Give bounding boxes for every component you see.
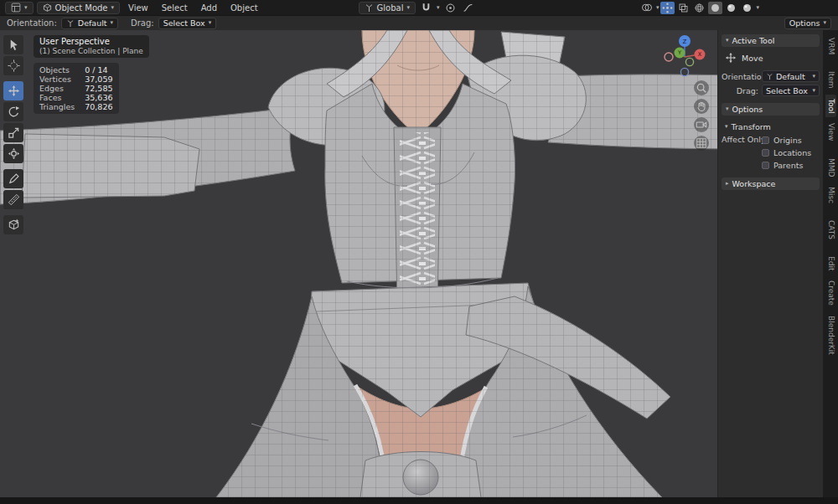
orientation-label: Orientation: [7, 18, 57, 28]
active-tool-move-row[interactable]: Move [722, 51, 820, 68]
stat-row: Vertices37,059 [39, 75, 113, 84]
add-cube-icon [8, 219, 20, 231]
chevron-down-icon: ▾ [111, 20, 114, 26]
locations-checkbox[interactable] [762, 149, 769, 157]
scale-icon [8, 126, 20, 139]
transform-subheader[interactable]: ▾ Transform [722, 120, 820, 133]
checkbox-locations[interactable]: Locations [762, 148, 811, 157]
tab-tool[interactable]: Tool [825, 95, 836, 117]
tool-annotate[interactable] [3, 169, 23, 188]
tab-mmd[interactable]: MMD [825, 154, 836, 181]
drag-dropdown[interactable]: Select Box ▾ [158, 18, 217, 29]
workspace-header-label: Workspace [732, 179, 776, 188]
tab-view[interactable]: View [825, 119, 836, 145]
tool-move[interactable] [3, 81, 23, 100]
blender-window: ▾ Object Mode ▾ View Select Add Object G… [0, 0, 838, 504]
camera-view-button[interactable] [694, 117, 709, 132]
panel-drag-row: Drag: Select Box ▾ [722, 85, 820, 96]
tab-cats[interactable]: CATS [825, 216, 836, 244]
panel-orientation-label: Orientation [722, 72, 762, 81]
chevron-down-icon: ▾ [812, 74, 815, 80]
status-bar [0, 497, 838, 504]
orientation-axis-icon [365, 3, 374, 13]
tool-column [3, 35, 23, 234]
menu-add[interactable]: Add [196, 2, 222, 14]
editor-type-selector[interactable]: ▾ [5, 2, 34, 14]
ortho-toggle-button[interactable] [694, 136, 709, 151]
proportional-falloff-button[interactable] [461, 2, 475, 14]
transform-orientation-label: Global [377, 3, 404, 13]
grid-icon [696, 137, 707, 149]
tool-measure[interactable] [3, 190, 23, 209]
tool-add-cube[interactable] [3, 215, 23, 234]
checkbox-origins[interactable]: Origins [762, 136, 811, 145]
viewport-toggle-icons: ▾ ▾ [640, 2, 759, 14]
menu-select[interactable]: Select [157, 2, 193, 14]
navigation-gizmo[interactable]: Z Y X [660, 32, 709, 80]
proportional-editing-button[interactable] [443, 2, 458, 14]
menu-object[interactable]: Object [225, 2, 263, 14]
shading-chevron[interactable]: ▾ [756, 5, 759, 11]
chevron-down-icon: ▾ [111, 5, 115, 11]
viewport-3d[interactable]: User Perspective (1) Scene Collection | … [0, 30, 838, 497]
shading-rendered-button[interactable] [740, 2, 754, 14]
panel-drag-dropdown[interactable]: Select Box ▾ [762, 85, 820, 96]
sidebar-panel: ▾ Active Tool Move Orientation Default ▾… [717, 30, 823, 497]
mode-dropdown[interactable]: Object Mode ▾ [37, 2, 121, 14]
cursor-3d-icon [8, 59, 20, 72]
zoom-button[interactable] [694, 80, 709, 95]
orientation-axis-icon [66, 19, 75, 28]
parents-checkbox[interactable] [762, 162, 769, 169]
tab-blenderkit[interactable]: BlenderKit [825, 311, 836, 359]
options-label: Options [789, 18, 820, 28]
panel-orientation-value: Default [776, 72, 805, 81]
overlays-icon [641, 2, 653, 13]
options-header[interactable]: ▾ Options [722, 103, 820, 116]
tool-settings-bar: Orientation: Default ▾ Drag: Select Box … [0, 15, 838, 30]
tab-item[interactable]: Item [825, 67, 836, 93]
shading-material-button[interactable] [724, 2, 738, 14]
origins-checkbox[interactable] [762, 136, 769, 144]
tab-vrm[interactable]: VRM [825, 33, 836, 59]
transform-subheader-label: Transform [732, 122, 771, 131]
sidebar-tab-strip: VRM Item Tool View MMD Misc CATS Edit Cr… [823, 30, 838, 497]
chevron-down-icon: ▾ [24, 5, 28, 11]
tool-cursor[interactable] [3, 56, 23, 75]
toggle-xray-button[interactable] [676, 2, 691, 14]
orientation-axis-icon [766, 73, 773, 80]
tool-transform[interactable] [3, 144, 23, 163]
menu-view[interactable]: View [123, 2, 153, 14]
transform-orientation-dropdown[interactable]: Global ▾ [359, 2, 416, 14]
snap-options-chevron[interactable]: ▾ [437, 5, 440, 11]
checkbox-parents[interactable]: Parents [762, 161, 811, 170]
scene-statistics: Objects0 / 14 Vertices37,059 Edges72,585… [34, 63, 119, 114]
gizmo-z-label: Z [683, 39, 687, 45]
material-sphere-icon [726, 3, 737, 13]
viewport-editor-icon [11, 3, 21, 13]
overlays-chevron[interactable]: ▾ [656, 5, 660, 11]
orientation-dropdown[interactable]: Default ▾ [61, 18, 118, 29]
shading-solid-button[interactable] [708, 2, 722, 14]
tab-edit[interactable]: Edit [825, 252, 836, 275]
workspace-header[interactable]: ▸ Workspace [722, 177, 820, 190]
tool-select-box[interactable] [3, 35, 23, 54]
snap-toggle-button[interactable] [419, 2, 433, 14]
shading-wireframe-button[interactable] [692, 2, 706, 14]
show-gizmo-button[interactable] [660, 2, 675, 14]
drag-value: Select Box [163, 18, 205, 28]
panel-drag-value: Select Box [766, 86, 808, 95]
view-perspective-label: User Perspective [39, 37, 143, 46]
active-tool-header[interactable]: ▾ Active Tool [722, 34, 820, 47]
tool-scale[interactable] [3, 123, 23, 142]
show-overlays-button[interactable] [640, 2, 654, 14]
tab-create[interactable]: Create [825, 276, 836, 310]
tool-rotate[interactable] [3, 102, 23, 121]
options-dropdown[interactable]: Options ▾ [784, 18, 831, 29]
tab-misc[interactable]: Misc [825, 183, 836, 208]
panel-orientation-dropdown[interactable]: Default ▾ [762, 70, 820, 82]
drag-label: Drag: [131, 18, 154, 28]
active-tool-name: Move [742, 54, 763, 63]
stat-row: Objects0 / 14 [39, 65, 113, 75]
move-icon [725, 52, 737, 64]
pan-button[interactable] [694, 99, 709, 114]
